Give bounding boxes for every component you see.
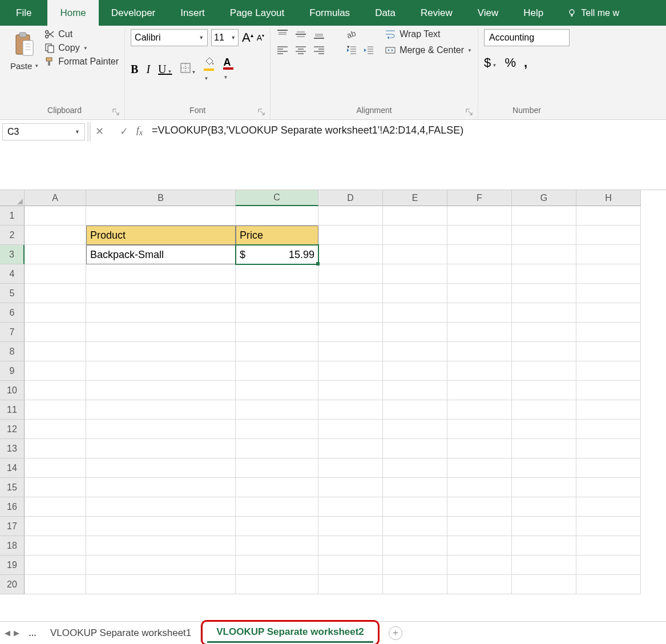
- cell-C20[interactable]: [236, 575, 318, 594]
- cell-D11[interactable]: [318, 400, 383, 420]
- cell-H3[interactable]: [576, 245, 641, 264]
- dialog-launcher-icon[interactable]: [112, 108, 120, 116]
- dialog-launcher-icon[interactable]: [465, 108, 473, 116]
- cell-A17[interactable]: [25, 517, 86, 536]
- cell-C16[interactable]: [236, 497, 318, 517]
- sheet-tab-1[interactable]: VLOOKUP Separate worksheet1: [41, 624, 201, 642]
- cell-H13[interactable]: [576, 439, 641, 458]
- row-header-15[interactable]: 15: [0, 478, 25, 497]
- cell-D3[interactable]: [318, 245, 383, 264]
- cell-A13[interactable]: [25, 439, 86, 458]
- tab-formulas[interactable]: Formulas: [297, 0, 362, 26]
- cell-E5[interactable]: [383, 284, 447, 303]
- cell-E14[interactable]: [383, 458, 447, 478]
- cell-A12[interactable]: [25, 420, 86, 439]
- cell-A19[interactable]: [25, 556, 86, 575]
- col-header-F[interactable]: F: [447, 190, 512, 206]
- cell-G12[interactable]: [512, 420, 576, 439]
- merge-center-button[interactable]: Merge & Center ▼: [385, 45, 472, 55]
- cell-H6[interactable]: [576, 303, 641, 323]
- cell-C6[interactable]: [236, 303, 318, 323]
- cell-B4[interactable]: [86, 264, 236, 284]
- cell-F1[interactable]: [447, 206, 512, 226]
- increase-indent-icon[interactable]: [363, 45, 374, 57]
- cell-E8[interactable]: [383, 342, 447, 361]
- cell-G14[interactable]: [512, 458, 576, 478]
- cell-A20[interactable]: [25, 575, 86, 594]
- cell-G8[interactable]: [512, 342, 576, 361]
- cell-H17[interactable]: [576, 517, 641, 536]
- underline-button[interactable]: U ▼: [158, 63, 172, 76]
- cell-A10[interactable]: [25, 381, 86, 400]
- cell-F6[interactable]: [447, 303, 512, 323]
- cell-D1[interactable]: [318, 206, 383, 226]
- sheet-nav-prev-icon[interactable]: ◀: [5, 629, 10, 637]
- align-right-icon[interactable]: [313, 45, 325, 55]
- enter-formula-icon[interactable]: ✓: [120, 125, 128, 138]
- cell-F18[interactable]: [447, 536, 512, 556]
- cell-B19[interactable]: [86, 556, 236, 575]
- row-header-13[interactable]: 13: [0, 439, 25, 458]
- cell-B16[interactable]: [86, 497, 236, 517]
- cell-E18[interactable]: [383, 536, 447, 556]
- tab-data[interactable]: Data: [362, 0, 408, 26]
- cell-D13[interactable]: [318, 439, 383, 458]
- cell-B5[interactable]: [86, 284, 236, 303]
- row-header-11[interactable]: 11: [0, 400, 25, 420]
- row-header-12[interactable]: 12: [0, 420, 25, 439]
- cut-button[interactable]: Cut: [45, 29, 119, 39]
- row-header-19[interactable]: 19: [0, 556, 25, 575]
- cell-A9[interactable]: [25, 361, 86, 381]
- cell-E9[interactable]: [383, 361, 447, 381]
- cell-G4[interactable]: [512, 264, 576, 284]
- bold-button[interactable]: B: [131, 63, 138, 76]
- col-header-E[interactable]: E: [383, 190, 447, 206]
- tab-developer[interactable]: Developer: [99, 0, 168, 26]
- cell-E12[interactable]: [383, 420, 447, 439]
- cell-C13[interactable]: [236, 439, 318, 458]
- cell-B20[interactable]: [86, 575, 236, 594]
- cell-F3[interactable]: [447, 245, 512, 264]
- number-format-select[interactable]: Accounting: [484, 29, 570, 46]
- cell-B3[interactable]: Backpack-Small: [86, 245, 236, 264]
- percent-format-button[interactable]: %: [504, 55, 516, 70]
- fill-handle[interactable]: [316, 262, 320, 265]
- cell-A2[interactable]: [25, 226, 86, 245]
- cell-F5[interactable]: [447, 284, 512, 303]
- cell-F2[interactable]: [447, 226, 512, 245]
- cell-F12[interactable]: [447, 420, 512, 439]
- font-color-button[interactable]: A▼: [223, 57, 233, 82]
- cell-C17[interactable]: [236, 517, 318, 536]
- dialog-launcher-icon[interactable]: [257, 108, 265, 116]
- row-header-5[interactable]: 5: [0, 284, 25, 303]
- cell-H2[interactable]: [576, 226, 641, 245]
- font-size-select[interactable]: 11▼: [211, 29, 239, 46]
- cell-D10[interactable]: [318, 381, 383, 400]
- align-top-icon[interactable]: [276, 29, 289, 39]
- cell-F14[interactable]: [447, 458, 512, 478]
- fx-icon[interactable]: fx: [133, 120, 148, 138]
- cell-G6[interactable]: [512, 303, 576, 323]
- align-center-icon[interactable]: [294, 45, 307, 55]
- row-header-10[interactable]: 10: [0, 381, 25, 400]
- col-header-C[interactable]: C: [236, 190, 318, 206]
- tab-insert[interactable]: Insert: [168, 0, 217, 26]
- cell-E11[interactable]: [383, 400, 447, 420]
- cell-A3[interactable]: [25, 245, 86, 264]
- cell-C18[interactable]: [236, 536, 318, 556]
- italic-button[interactable]: I: [146, 63, 150, 76]
- cell-F7[interactable]: [447, 323, 512, 342]
- cell-E15[interactable]: [383, 478, 447, 497]
- cell-D6[interactable]: [318, 303, 383, 323]
- cell-D20[interactable]: [318, 575, 383, 594]
- tab-help[interactable]: Help: [511, 0, 556, 26]
- cell-B11[interactable]: [86, 400, 236, 420]
- cell-E13[interactable]: [383, 439, 447, 458]
- cell-C7[interactable]: [236, 323, 318, 342]
- cell-H15[interactable]: [576, 478, 641, 497]
- row-header-20[interactable]: 20: [0, 575, 25, 594]
- cell-H4[interactable]: [576, 264, 641, 284]
- row-header-4[interactable]: 4: [0, 264, 25, 284]
- cell-C9[interactable]: [236, 361, 318, 381]
- cell-D15[interactable]: [318, 478, 383, 497]
